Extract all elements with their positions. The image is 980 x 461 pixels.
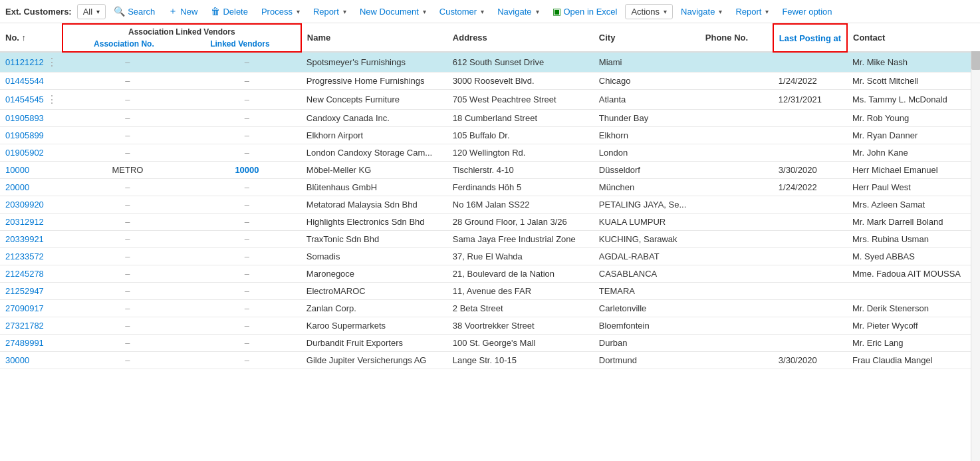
cell-name: Blütenhaus GmbH xyxy=(301,179,447,196)
table-row[interactable]: 01905902 ––London Candoxy Storage Cam...… xyxy=(0,144,980,162)
table-row[interactable]: 27489991 ––Durbandit Fruit Exporters100 … xyxy=(0,335,980,352)
customer-no-link[interactable]: 20309920 xyxy=(5,200,44,210)
cell-phone xyxy=(700,73,773,90)
customer-no-link[interactable]: 30000 xyxy=(5,355,29,365)
cell-assoc: – xyxy=(62,300,193,317)
cell-city: Durban xyxy=(594,335,700,352)
table-row[interactable]: 01445544 ––Progressive Home Furnishings3… xyxy=(0,73,980,90)
delete-label: Delete xyxy=(223,7,248,17)
customer-no-link[interactable]: 01445544 xyxy=(5,76,44,86)
scrollbar-track[interactable] xyxy=(971,30,980,454)
table-row[interactable]: 20339921 ––TraxTonic Sdn BhdSama Jaya Fr… xyxy=(0,231,980,248)
col-header-contact[interactable]: Contact xyxy=(847,24,980,52)
customer-no-link[interactable]: 20339921 xyxy=(5,234,44,244)
col-header-phone[interactable]: Phone No. xyxy=(700,24,773,52)
table-row[interactable]: 10000 METRO10000Möbel-Meller KGTischlers… xyxy=(0,162,980,179)
customer-no-link[interactable]: 01905899 xyxy=(5,130,44,140)
col-header-no[interactable]: No. ↑ xyxy=(0,24,62,52)
customer-no-link[interactable]: 01454545 xyxy=(5,94,44,104)
toolbar: Ext. Customers: All 🔍 Search ＋ New 🗑 Del… xyxy=(0,0,980,23)
cell-contact: Mrs. Azleen Samat xyxy=(847,196,980,214)
customer-button[interactable]: Customer xyxy=(434,4,489,19)
cell-last-posting xyxy=(773,265,847,283)
dash-linked: – xyxy=(245,303,249,313)
cell-assoc: – xyxy=(62,52,193,73)
table-row[interactable]: 21233572 ––Somadis37, Rue El WahdaAGDAL-… xyxy=(0,248,980,265)
new-document-button[interactable]: New Document xyxy=(354,4,431,19)
cell-linked: – xyxy=(193,352,301,369)
cell-name: Zanlan Corp. xyxy=(301,300,447,317)
cell-address: 2 Beta Street xyxy=(447,300,594,317)
open-excel-button[interactable]: ▣ Open in Excel xyxy=(547,3,623,19)
col-header-assoc-group: Association Linked Vendors Association N… xyxy=(62,24,301,52)
row-dots-menu[interactable]: ⋮ xyxy=(47,93,57,106)
cell-contact: Herr Paul West xyxy=(847,179,980,196)
cell-phone xyxy=(700,231,773,248)
customer-no-link[interactable]: 10000 xyxy=(5,165,29,175)
dash-assoc: – xyxy=(125,355,130,365)
row-dots-menu[interactable]: ⋮ xyxy=(47,56,57,69)
cell-phone xyxy=(700,214,773,231)
customer-no-link[interactable]: 21233572 xyxy=(5,251,44,261)
table-row[interactable]: 20309920 ––Metatorad Malaysia Sdn BhdNo … xyxy=(0,196,980,214)
cell-contact: Mr. Pieter Wycoff xyxy=(847,317,980,335)
navigate-button[interactable]: Navigate xyxy=(492,4,544,19)
cell-name: Somadis xyxy=(301,248,447,265)
search-button[interactable]: 🔍 Search xyxy=(108,3,160,19)
table-row[interactable]: 21252947 ––ElectroMAROC11, Avenue des FA… xyxy=(0,283,980,300)
cell-no: 27321782 xyxy=(0,317,62,335)
customer-no-link[interactable]: 20312912 xyxy=(5,217,44,227)
delete-button[interactable]: 🗑 Delete xyxy=(205,3,253,19)
actions-button[interactable]: Actions xyxy=(625,4,673,19)
dash-linked: – xyxy=(245,76,249,86)
toolbar-label: Ext. Customers: xyxy=(5,7,72,17)
table-row[interactable]: 01905899 ––Elkhorn Airport105 Buffalo Dr… xyxy=(0,127,980,144)
customer-no-link[interactable]: 01121212 xyxy=(5,57,44,67)
cell-city: PETALING JAYA, Se... xyxy=(594,196,700,214)
linked-count[interactable]: 10000 xyxy=(235,165,259,175)
dash-linked: – xyxy=(245,182,249,192)
cell-name: Spotsmeyer's Furnishings xyxy=(301,52,447,73)
all-filter-button[interactable]: All xyxy=(77,4,106,19)
dash-linked: – xyxy=(245,94,249,104)
customer-no-link[interactable]: 20000 xyxy=(5,182,29,192)
cell-contact: Mr. Ryan Danner xyxy=(847,127,980,144)
table-row[interactable]: 01454545 ⋮ ––New Concepts Furniture705 W… xyxy=(0,90,980,110)
table-row[interactable]: 30000 ––Gilde Jupiter Versicherungs AGLa… xyxy=(0,352,980,369)
cell-last-posting xyxy=(773,196,847,214)
table-row[interactable]: 27090917 ––Zanlan Corp.2 Beta StreetCarl… xyxy=(0,300,980,317)
table-row[interactable]: 20312912 ––Highlights Electronics Sdn Bh… xyxy=(0,214,980,231)
col-header-name[interactable]: Name xyxy=(301,24,447,52)
navigate2-button[interactable]: Navigate xyxy=(675,4,727,19)
cell-linked: – xyxy=(193,248,301,265)
cell-contact: Mr. Mark Darrell Boland xyxy=(847,214,980,231)
cell-phone xyxy=(700,283,773,300)
report-button[interactable]: Report xyxy=(308,4,352,19)
col-header-last-posting[interactable]: Last Posting at xyxy=(773,24,847,52)
customer-no-link[interactable]: 27489991 xyxy=(5,338,44,348)
customer-no-link[interactable]: 01905902 xyxy=(5,148,44,158)
cell-contact: Mr. Derik Stenerson xyxy=(847,300,980,317)
table-row[interactable]: 01121212 ⋮ ––Spotsmeyer's Furnishings612… xyxy=(0,52,980,73)
customer-no-link[interactable]: 27321782 xyxy=(5,321,44,331)
fewer-options-button[interactable]: Fewer option xyxy=(777,4,837,19)
new-button[interactable]: ＋ New xyxy=(163,3,203,20)
cell-no: 20312912 xyxy=(0,214,62,231)
process-button[interactable]: Process xyxy=(256,4,305,19)
cell-no: 21233572 xyxy=(0,248,62,265)
col-header-address[interactable]: Address xyxy=(447,24,594,52)
customer-no-link[interactable]: 21252947 xyxy=(5,286,44,296)
col-header-city[interactable]: City xyxy=(594,24,700,52)
table-row[interactable]: 27321782 ––Karoo Supermarkets38 Voortrek… xyxy=(0,317,980,335)
table-row[interactable]: 21245278 ––Maronegoce21, Boulevard de la… xyxy=(0,265,980,283)
table-row[interactable]: 01905893 ––Candoxy Canada Inc.18 Cumberl… xyxy=(0,110,980,127)
report2-button[interactable]: Report xyxy=(730,4,774,19)
cell-assoc: – xyxy=(62,179,193,196)
cell-phone xyxy=(700,127,773,144)
table-row[interactable]: 20000 ––Blütenhaus GmbHFerdinands Höh 5M… xyxy=(0,179,980,196)
customer-no-link[interactable]: 27090917 xyxy=(5,303,44,313)
customer-no-link[interactable]: 01905893 xyxy=(5,113,44,123)
cell-phone xyxy=(700,317,773,335)
customer-no-link[interactable]: 21245278 xyxy=(5,269,44,279)
cell-address: 105 Buffalo Dr. xyxy=(447,127,594,144)
